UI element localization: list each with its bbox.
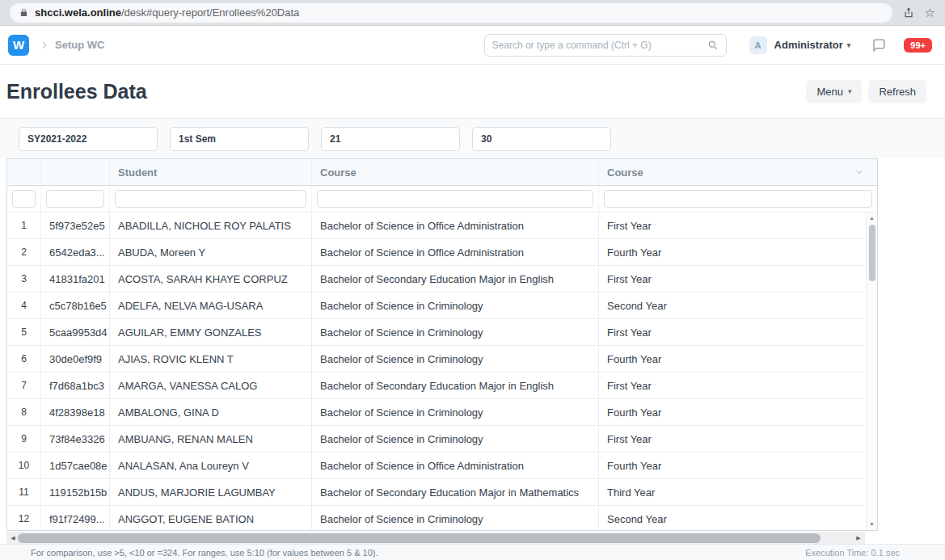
refresh-button[interactable]: Refresh bbox=[868, 80, 926, 103]
column-dropdown-chevron-icon[interactable] bbox=[854, 167, 864, 177]
chevron-down-icon: ▾ bbox=[848, 87, 852, 95]
row-number-cell: 1 bbox=[7, 213, 41, 238]
avatar[interactable]: A bbox=[749, 36, 767, 54]
share-icon[interactable] bbox=[902, 6, 915, 19]
refresh-button-label: Refresh bbox=[879, 86, 916, 98]
row-student-cell: AJIAS, ROVIC KLENN T bbox=[110, 346, 312, 372]
header-year-label: Course bbox=[607, 166, 643, 179]
row-course-cell: Bachelor of Science in Criminology bbox=[312, 293, 599, 318]
row-number-cell: 10 bbox=[7, 453, 41, 478]
row-year-cell: First Year bbox=[599, 426, 866, 452]
vertical-scrollbar[interactable]: ▲ ▼ bbox=[866, 213, 877, 530]
row-number-cell: 12 bbox=[7, 506, 41, 530]
table-row[interactable]: 1 5f973e52e5 ABADILLA, NICHOLE ROY PALAT… bbox=[7, 213, 866, 239]
header-course[interactable]: Course bbox=[312, 159, 599, 185]
notification-badge[interactable]: 99+ bbox=[904, 38, 932, 53]
menu-button-label: Menu bbox=[816, 86, 843, 98]
scroll-down-icon[interactable]: ▼ bbox=[869, 520, 875, 528]
chat-icon[interactable] bbox=[871, 38, 886, 53]
row-number-cell: 3 bbox=[7, 266, 41, 292]
breadcrumb-chevron-icon bbox=[39, 40, 50, 51]
column-filter-year[interactable] bbox=[604, 190, 872, 208]
filter-value-4[interactable] bbox=[472, 127, 611, 151]
table-row[interactable]: 12 f91f72499... ANGGOT, EUGENE BATION Ba… bbox=[7, 506, 866, 530]
search-input[interactable] bbox=[492, 40, 707, 51]
vertical-scrollbar-thumb[interactable] bbox=[869, 225, 875, 281]
row-year-cell: First Year bbox=[599, 319, 866, 345]
horizontal-scrollbar[interactable]: ◀ ▶ bbox=[6, 532, 865, 545]
row-student-cell: ANALASAN, Ana Loureyn V bbox=[110, 453, 312, 478]
chevron-down-icon: ▾ bbox=[847, 41, 851, 49]
header-id bbox=[41, 159, 110, 185]
report-datatable: Student Course Course ▲ ▼ 1 5f9 bbox=[6, 158, 878, 531]
table-row[interactable]: 9 73f84e3326 AMBUANG, RENAN MALEN Bachel… bbox=[7, 426, 866, 453]
column-filter-rownum[interactable] bbox=[12, 190, 36, 208]
row-year-cell: Fourth Year bbox=[599, 239, 866, 265]
row-course-cell: Bachelor of Science in Office Administra… bbox=[312, 453, 599, 478]
row-student-cell: ADELFA, NELVA MAG-USARA bbox=[110, 293, 312, 318]
browser-address-bar: shcci.wela.online/desk#query-report/Enro… bbox=[0, 0, 945, 26]
table-header-row: Student Course Course bbox=[7, 159, 877, 186]
row-course-cell: Bachelor of Science in Criminology bbox=[312, 426, 599, 452]
header-rownum bbox=[7, 159, 41, 185]
header-student[interactable]: Student bbox=[110, 159, 312, 185]
row-year-cell: First Year bbox=[599, 213, 866, 238]
table-row[interactable]: 6 30de0ef9f9 AJIAS, ROVIC KLENN T Bachel… bbox=[7, 346, 866, 373]
row-course-cell: Bachelor of Science in Criminology bbox=[312, 319, 599, 345]
page-head: Enrollees Data Menu ▾ Refresh bbox=[0, 65, 945, 118]
column-filter-course[interactable] bbox=[317, 190, 593, 208]
column-filter-row bbox=[7, 186, 877, 213]
row-number-cell: 4 bbox=[7, 293, 41, 318]
row-year-cell: Fourth Year bbox=[599, 399, 866, 425]
table-row[interactable]: 7 f7d68a1bc3 AMARGA, VANESSA CALOG Bache… bbox=[7, 373, 866, 399]
page-actions: Menu ▾ Refresh bbox=[806, 80, 926, 103]
row-id-cell: 30de0ef9f9 bbox=[41, 346, 110, 372]
header-year[interactable]: Course bbox=[599, 159, 877, 185]
row-course-cell: Bachelor of Secondary Education Major in… bbox=[312, 479, 599, 505]
row-student-cell: ACOSTA, SARAH KHAYE CORPUZ bbox=[110, 266, 312, 292]
row-id-cell: 5caa9953d4 bbox=[41, 319, 110, 345]
menu-button[interactable]: Menu ▾ bbox=[806, 80, 862, 103]
column-filter-id[interactable] bbox=[46, 190, 104, 208]
row-id-cell: 119152b15b bbox=[41, 479, 110, 505]
breadcrumb-setup-wc[interactable]: Setup WC bbox=[55, 39, 104, 51]
row-student-cell: AGUILAR, EMMY GONZALES bbox=[110, 319, 312, 345]
app-logo[interactable]: W bbox=[8, 35, 29, 56]
global-search[interactable] bbox=[484, 34, 727, 57]
row-number-cell: 8 bbox=[7, 399, 41, 425]
row-id-cell: 5f973e52e5 bbox=[41, 213, 110, 238]
row-id-cell: c5c78b16e5 bbox=[41, 293, 110, 318]
scroll-left-icon[interactable]: ◀ bbox=[8, 535, 18, 541]
filter-school-year[interactable] bbox=[19, 127, 158, 151]
table-row[interactable]: 10 1d57cae08e ANALASAN, Ana Loureyn V Ba… bbox=[7, 453, 866, 479]
app: shcci.wela.online/desk#query-report/Enro… bbox=[0, 0, 945, 560]
table-row[interactable]: 3 41831fa201 ACOSTA, SARAH KHAYE CORPUZ … bbox=[7, 266, 866, 293]
row-number-cell: 7 bbox=[7, 373, 41, 398]
row-number-cell: 6 bbox=[7, 346, 41, 372]
table-body: ▲ ▼ 1 5f973e52e5 ABADILLA, NICHOLE ROY P… bbox=[7, 213, 877, 530]
filter-semester[interactable] bbox=[170, 127, 309, 151]
user-name: Administrator bbox=[774, 39, 843, 51]
scroll-right-icon[interactable]: ▶ bbox=[854, 535, 863, 541]
filter-value-3[interactable] bbox=[321, 127, 460, 151]
url-omnibox[interactable]: shcci.wela.online/desk#query-report/Enro… bbox=[10, 3, 892, 23]
url-text: shcci.wela.online/desk#query-report/Enro… bbox=[35, 6, 299, 19]
row-id-cell: f7d68a1bc3 bbox=[41, 373, 110, 398]
bookmark-star-icon[interactable]: ☆ bbox=[925, 6, 935, 19]
user-dropdown[interactable]: Administrator ▾ bbox=[774, 39, 851, 51]
horizontal-scrollbar-thumb[interactable] bbox=[18, 533, 821, 543]
row-student-cell: AMARGA, VANESSA CALOG bbox=[110, 373, 312, 398]
table-row[interactable]: 4 c5c78b16e5 ADELFA, NELVA MAG-USARA Bac… bbox=[7, 293, 866, 319]
table-row[interactable]: 11 119152b15b ANDUS, MARJORIE LAGUMBAY B… bbox=[7, 479, 866, 506]
row-student-cell: ABADILLA, NICHOLE ROY PALATIS bbox=[110, 213, 312, 238]
row-course-cell: Bachelor of Secondary Education Major in… bbox=[312, 373, 599, 398]
app-navbar: W Setup WC A Administrator ▾ 99+ bbox=[0, 26, 945, 65]
row-course-cell: Bachelor of Science in Criminology bbox=[312, 399, 599, 425]
row-course-cell: Bachelor of Science in Criminology bbox=[312, 346, 599, 372]
table-row[interactable]: 2 6542eda3... ABUDA, Moreen Y Bachelor o… bbox=[7, 239, 866, 266]
table-row[interactable]: 5 5caa9953d4 AGUILAR, EMMY GONZALES Bach… bbox=[7, 319, 866, 346]
column-filter-student[interactable] bbox=[115, 190, 306, 208]
scroll-up-icon[interactable]: ▲ bbox=[869, 214, 875, 222]
table-row[interactable]: 8 4f28398e18 AMBALONG, GINA D Bachelor o… bbox=[7, 399, 866, 426]
row-student-cell: ABUDA, Moreen Y bbox=[110, 239, 312, 265]
